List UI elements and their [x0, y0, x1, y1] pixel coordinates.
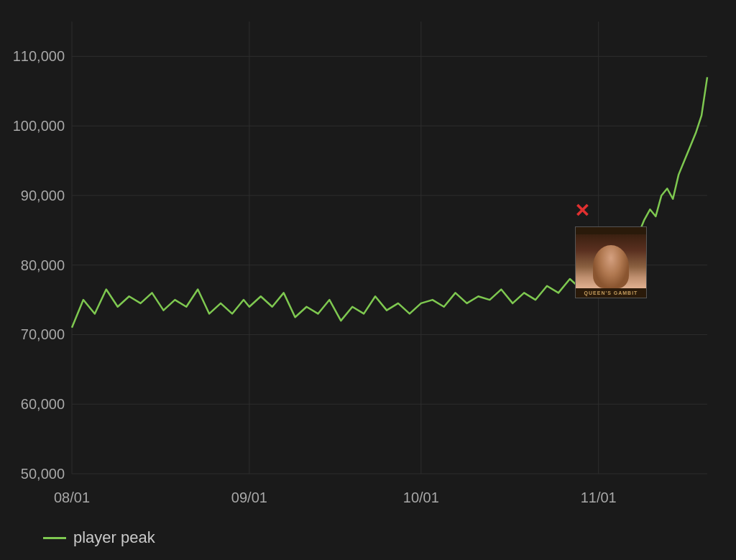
legend-line-color — [43, 537, 66, 539]
event-marker: ✕ — [574, 201, 590, 220]
queens-gambit-title: Queen's Gambit — [583, 288, 640, 298]
chart-container: Queen's Gambit ✕ player peak — [0, 0, 736, 560]
queens-gambit-image: Queen's Gambit — [575, 226, 647, 298]
legend-label: player peak — [73, 528, 155, 547]
chart-legend: player peak — [43, 528, 155, 547]
